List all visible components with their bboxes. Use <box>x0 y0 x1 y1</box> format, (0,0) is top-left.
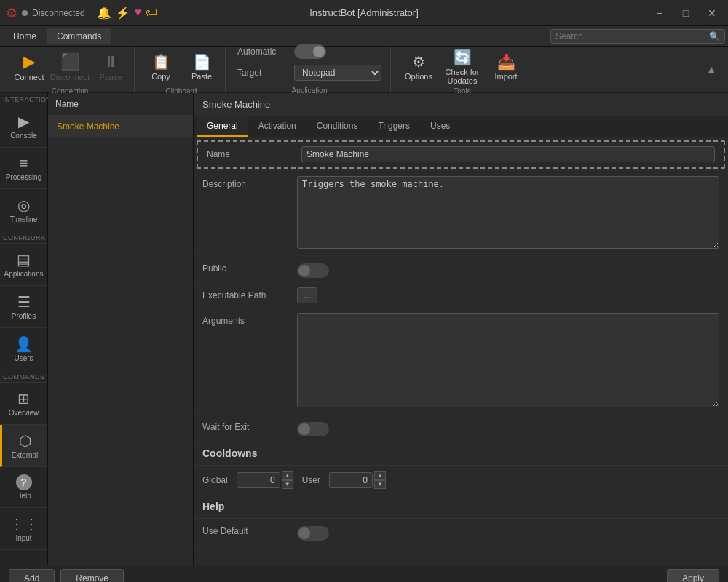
connect-icon: ▶ <box>23 52 36 71</box>
input-icon: ⋮⋮ <box>9 515 39 533</box>
tab-general[interactable]: General <box>197 116 248 137</box>
user-cooldown-label: User <box>302 475 320 485</box>
sidebar: Interaction ▶ Console ≡ Processing ◎ Tim… <box>0 93 48 565</box>
sidebar-item-users[interactable]: 👤 Users <box>0 328 47 370</box>
maximize-button[interactable]: □ <box>676 6 696 20</box>
detail-header: Smoke Machine <box>194 93 728 116</box>
tab-conditions[interactable]: Conditions <box>306 116 368 137</box>
sidebar-label-console: Console <box>10 132 37 140</box>
sidebar-item-help[interactable]: ? Help <box>0 467 47 508</box>
global-cooldown-decrement[interactable]: ▼ <box>282 480 293 489</box>
sidebar-item-processing[interactable]: ≡ Processing <box>0 148 47 189</box>
status-dot-icon <box>22 10 28 16</box>
bottom-panel: Add Remove Apply <box>0 565 728 582</box>
executable-path-button[interactable]: ... <box>297 287 317 303</box>
user-cooldown-input-wrapper: ▲ ▼ <box>329 471 386 489</box>
tabs-bar: General Activation Conditions Triggers U… <box>194 116 728 137</box>
disconnect-icon: ⬛ <box>60 52 80 71</box>
menu-tab-commands[interactable]: Commands <box>47 28 111 44</box>
help-section-header: Help <box>194 495 728 519</box>
automatic-label: Automatic <box>237 47 288 57</box>
console-icon: ▶ <box>18 113 29 130</box>
global-cooldown-spinners: ▲ ▼ <box>282 471 293 489</box>
import-button[interactable]: 📥 Import <box>487 47 525 87</box>
sidebar-item-applications[interactable]: ▤ Applications <box>0 244 47 286</box>
wait-for-exit-label: Wait for Exit <box>202 419 297 432</box>
pause-button[interactable]: ⏸ Pause <box>92 47 130 87</box>
automatic-toggle[interactable] <box>294 44 326 59</box>
executable-path-value: ... <box>297 287 719 303</box>
minimize-button[interactable]: − <box>649 6 670 20</box>
options-icon: ⚙ <box>412 53 425 71</box>
target-label: Target <box>237 68 288 78</box>
use-default-toggle-knob <box>298 527 310 539</box>
global-cooldown-input-wrapper: ▲ ▼ <box>237 471 293 489</box>
target-select[interactable]: Notepad Chrome Firefox <box>294 65 381 81</box>
pause-icon: ⏸ <box>103 52 119 71</box>
wait-for-exit-toggle-knob <box>298 423 310 435</box>
menu-tab-home[interactable]: Home <box>3 28 47 44</box>
global-cooldown-increment[interactable]: ▲ <box>282 471 293 480</box>
tab-activation[interactable]: Activation <box>248 116 306 137</box>
profiles-icon: ☰ <box>17 293 31 311</box>
window-title: InstructBot [Administrator] <box>309 7 419 18</box>
disconnect-button[interactable]: ⬛ Disconnect <box>51 47 89 87</box>
search-input[interactable] <box>555 31 709 41</box>
use-default-row: Use Default <box>194 519 728 546</box>
command-item-smoke-machine[interactable]: Smoke Machine <box>48 116 193 138</box>
check-updates-label: Check for Updates <box>443 68 481 85</box>
sidebar-item-overview[interactable]: ⊞ Overview <box>0 383 47 425</box>
connect-button[interactable]: ▶ Connect <box>10 47 48 87</box>
sidebar-item-profiles[interactable]: ☰ Profiles <box>0 286 47 328</box>
copy-label: Copy <box>151 72 170 81</box>
window-controls: − □ ✕ <box>649 6 722 20</box>
wait-for-exit-value <box>297 419 719 436</box>
import-icon: 📥 <box>497 53 515 71</box>
use-default-toggle[interactable] <box>297 526 329 541</box>
name-form-row: Name <box>198 142 724 167</box>
check-updates-button[interactable]: 🔄 Check for Updates <box>440 47 484 87</box>
search-icon: 🔍 <box>709 31 720 41</box>
titlebar: ⚙ Disconnected 🔔 ⚡ ♥ 🏷 InstructBot [Admi… <box>0 0 728 26</box>
sidebar-item-input[interactable]: ⋮⋮ Input <box>0 508 47 550</box>
arguments-textarea[interactable] <box>297 313 719 407</box>
tools-group: ⚙ Options 🔄 Check for Updates 📥 Import T… <box>394 47 531 92</box>
description-textarea[interactable]: Triggers the smoke machine. <box>297 176 719 249</box>
sidebar-item-timeline[interactable]: ◎ Timeline <box>0 189 47 231</box>
nav-icon-4[interactable]: 🏷 <box>146 6 157 20</box>
tab-triggers[interactable]: Triggers <box>368 116 420 137</box>
toolbar: ▶ Connect ⬛ Disconnect ⏸ Pause Connectio… <box>0 47 728 93</box>
wait-for-exit-toggle[interactable] <box>297 422 329 436</box>
external-icon: ⬡ <box>19 432 31 450</box>
public-toggle[interactable] <box>297 263 329 278</box>
nav-icon-2[interactable]: ⚡ <box>116 6 130 20</box>
nav-icon-3[interactable]: ♥ <box>135 6 142 20</box>
copy-button[interactable]: 📋 Copy <box>142 47 180 87</box>
form-content: Name Description Triggers the smoke mach… <box>194 137 728 565</box>
toolbar-collapse-button[interactable]: ▲ <box>700 63 722 75</box>
application-group: Automatic Target Notepad Chrome Firefox … <box>229 47 391 92</box>
user-cooldown-input[interactable] <box>329 472 373 488</box>
tab-uses[interactable]: Uses <box>420 116 460 137</box>
status-text: Disconnected <box>32 8 85 18</box>
paste-icon: 📄 <box>193 53 211 71</box>
add-button[interactable]: Add <box>9 569 55 583</box>
user-cooldown-decrement[interactable]: ▼ <box>374 480 386 489</box>
sidebar-item-external[interactable]: ⬡ External <box>0 425 47 467</box>
nav-icon-1[interactable]: 🔔 <box>97 6 111 20</box>
paste-button[interactable]: 📄 Paste <box>183 47 221 87</box>
connection-group-buttons: ▶ Connect ⬛ Disconnect ⏸ Pause <box>10 47 130 87</box>
sidebar-item-console[interactable]: ▶ Console <box>0 105 47 148</box>
remove-button[interactable]: Remove <box>60 569 124 583</box>
processing-icon: ≡ <box>20 155 28 172</box>
close-button[interactable]: ✕ <box>702 6 722 20</box>
global-cooldown-input[interactable] <box>237 472 280 488</box>
options-button[interactable]: ⚙ Options <box>400 47 438 87</box>
apply-button[interactable]: Apply <box>667 569 719 583</box>
command-list-panel: Name Smoke Machine <box>48 93 194 565</box>
user-cooldown-increment[interactable]: ▲ <box>374 471 386 480</box>
name-row-highlighted: Name <box>197 140 725 169</box>
main-content: Interaction ▶ Console ≡ Processing ◎ Tim… <box>0 93 728 565</box>
name-input[interactable] <box>301 146 715 162</box>
check-updates-icon: 🔄 <box>454 49 472 66</box>
